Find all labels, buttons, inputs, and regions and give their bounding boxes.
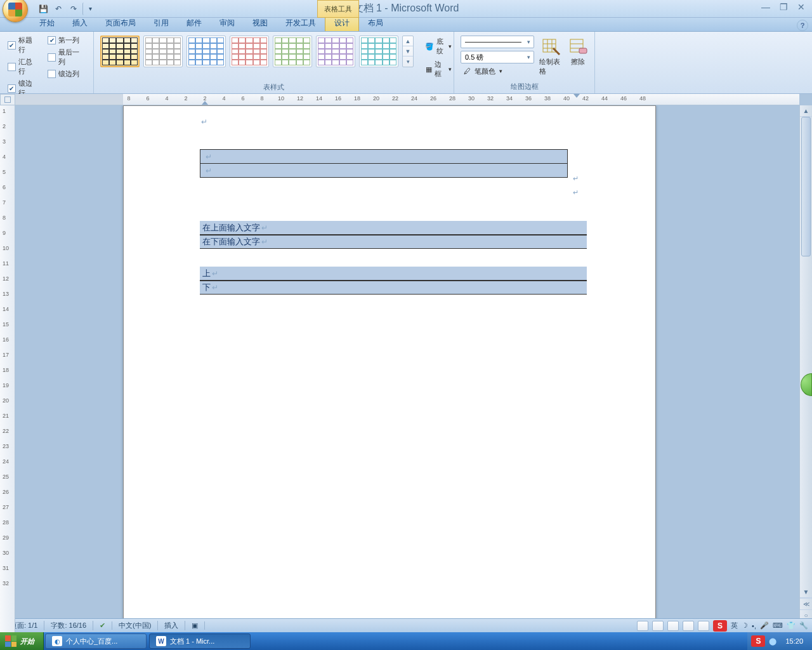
document-page[interactable]: ↵ ↵ ↵ ↵ ↵ 在上面输入文字↵ 在下面输入文字↵ 上↵ 下↵ [123, 105, 656, 632]
checkbox-banded-columns[interactable]: 镶边列 [48, 69, 86, 79]
ime-keyboard-icon[interactable]: ⌨ [773, 621, 783, 630]
borders-button[interactable]: ▦边框▾ [422, 58, 454, 80]
status-mode[interactable]: 插入 [158, 621, 185, 630]
group-draw-borders: ▾ 0.5 磅▾ 🖊笔颜色▾ 绘制表格 擦除 绘图边框 [454, 32, 595, 93]
macro-icon[interactable]: ▣ [185, 621, 205, 630]
pen-color-button[interactable]: 🖊笔颜色▾ [461, 66, 534, 76]
windows-logo-icon [5, 635, 16, 647]
ruler-corner[interactable] [0, 94, 15, 105]
tab-developer[interactable]: 开发工具 [277, 16, 325, 31]
minimize-button[interactable]: — [757, 1, 774, 13]
undo-icon[interactable]: ↶ [52, 3, 65, 15]
table-style-5[interactable] [273, 36, 312, 67]
gallery-up-icon[interactable]: ▲ [403, 36, 413, 46]
prev-page-icon[interactable]: ≪ [800, 598, 812, 609]
sogou-ime-icon[interactable]: S [713, 620, 727, 632]
editor-area: 8642246810121416182022242628303234363840… [0, 94, 812, 632]
ime-skin-icon[interactable]: 👕 [787, 621, 796, 630]
view-draft-icon[interactable] [698, 621, 709, 631]
tab-view[interactable]: 视图 [244, 16, 277, 31]
table-style-6[interactable] [316, 36, 355, 67]
taskbar-item-word[interactable]: W 文档 1 - Micr... [149, 633, 251, 649]
quick-access-toolbar: 💾 ↶ ↷ ▾ [37, 3, 95, 15]
horizontal-ruler[interactable]: 8642246810121416182022242628303234363840… [15, 94, 799, 105]
restore-button[interactable]: ❐ [775, 1, 792, 13]
table-cell[interactable]: ↵ [200, 164, 568, 178]
ime-tool-icon[interactable]: 🔧 [799, 621, 808, 630]
close-button[interactable]: ✕ [793, 1, 809, 13]
scroll-track[interactable] [800, 117, 812, 587]
spellcheck-icon[interactable]: ✔ [93, 621, 112, 630]
table-1[interactable]: ↵ ↵ [200, 149, 568, 178]
group-table-style-options: ✔标题行 汇总行 ✔镶边行 ✔第一列 最后一列 镶边列 表格样式选项 [0, 32, 94, 93]
vertical-scrollbar[interactable]: ▲ ▼ ≪ ○ ≫ [799, 105, 812, 632]
table-style-2[interactable] [143, 36, 183, 67]
ribbon-tabs: 开始 插入 页面布局 引用 邮件 审阅 视图 开发工具 设计 布局 ? [0, 18, 812, 32]
tray-clock[interactable]: 15:20 [780, 637, 808, 645]
border-icon: ▦ [425, 64, 432, 74]
checkbox-total-row[interactable]: 汇总行 [8, 57, 39, 76]
checkbox-header-row[interactable]: ✔标题行 [8, 36, 39, 55]
tray-sogou-icon[interactable]: S [751, 635, 765, 647]
gallery-scroll: ▲ ▼ ▾ [402, 36, 414, 67]
ime-punct-icon[interactable]: •, [752, 622, 756, 630]
window-title: 文档 1 - Microsoft Word [353, 2, 459, 15]
text-line-shang[interactable]: 上↵ [200, 267, 587, 281]
status-bar: 页面: 1/1 字数: 16/16 ✔ 中文(中国) 插入 ▣ S 英 ☽ •,… [0, 618, 812, 632]
redo-icon[interactable]: ↷ [67, 3, 80, 15]
tab-mailings[interactable]: 邮件 [178, 16, 211, 31]
group-label: 表样式 [98, 81, 450, 94]
table-style-1[interactable] [100, 36, 140, 67]
table-cell[interactable]: ↵ [200, 150, 568, 164]
table-style-3[interactable] [187, 36, 226, 67]
help-button[interactable]: ? [797, 20, 808, 31]
checkbox-first-column[interactable]: ✔第一列 [48, 36, 86, 45]
draw-table-button[interactable]: 绘制表格 [538, 34, 564, 79]
checkbox-last-column[interactable]: 最后一列 [48, 48, 86, 67]
table-style-4[interactable] [230, 36, 269, 67]
status-words[interactable]: 字数: 16/16 [44, 621, 93, 630]
tray-shield-icon[interactable]: ⬤ [769, 637, 776, 646]
shading-button[interactable]: 🪣底纹▾ [422, 36, 454, 57]
browser-icon: ◐ [52, 636, 62, 646]
table-style-7[interactable] [359, 36, 398, 67]
contextual-tab-label: 表格工具 [317, 0, 359, 18]
line-weight-combo[interactable]: 0.5 磅▾ [461, 51, 534, 63]
gallery-down-icon[interactable]: ▼ [403, 46, 413, 56]
eraser-icon [568, 37, 588, 57]
view-full-screen-icon[interactable] [652, 621, 664, 631]
group-label: 绘图边框 [458, 81, 591, 93]
ime-mic-icon[interactable]: 🎤 [760, 621, 769, 630]
tab-table-layout[interactable]: 布局 [359, 16, 392, 31]
start-button[interactable]: 开始 [0, 632, 44, 650]
text-line-below[interactable]: 在下面输入文字↵ [200, 235, 587, 249]
gallery-more-icon[interactable]: ▾ [403, 56, 413, 67]
qat-dropdown-icon[interactable]: ▾ [82, 3, 95, 15]
tab-insert[interactable]: 插入 [63, 16, 96, 31]
document-viewport[interactable]: ↵ ↵ ↵ ↵ ↵ 在上面输入文字↵ 在下面输入文字↵ 上↵ 下↵ [15, 105, 799, 632]
tab-home[interactable]: 开始 [30, 16, 63, 31]
status-language[interactable]: 中文(中国) [112, 621, 158, 630]
ime-lang-indicator[interactable]: 英 [731, 621, 738, 630]
windows-taskbar: 开始 ◐ 个人中心_百度... W 文档 1 - Micr... S ⬤ 15:… [0, 632, 812, 650]
system-tray: S ⬤ 15:20 [747, 632, 812, 650]
eraser-button[interactable]: 擦除 [565, 34, 591, 69]
scroll-thumb[interactable] [801, 117, 811, 256]
vertical-ruler[interactable]: 1234567891011121314151617181920212223242… [0, 105, 15, 632]
ime-moon-icon[interactable]: ☽ [742, 621, 748, 630]
line-style-combo[interactable]: ▾ [461, 36, 534, 48]
tab-review[interactable]: 审阅 [211, 16, 244, 31]
text-line-above[interactable]: 在上面输入文字↵ [200, 221, 587, 235]
text-region-2: 上↵ 下↵ [200, 267, 579, 295]
ribbon: ✔标题行 汇总行 ✔镶边行 ✔第一列 最后一列 镶边列 表格样式选项 [0, 32, 812, 94]
text-line-xia[interactable]: 下↵ [200, 281, 587, 295]
tab-references[interactable]: 引用 [145, 16, 178, 31]
scroll-down-icon[interactable]: ▼ [800, 587, 812, 598]
save-icon[interactable]: 💾 [37, 3, 49, 15]
view-print-layout-icon[interactable] [637, 621, 648, 631]
view-outline-icon[interactable] [683, 621, 694, 631]
tab-layout[interactable]: 页面布局 [96, 16, 145, 31]
taskbar-item-browser[interactable]: ◐ 个人中心_百度... [45, 633, 147, 649]
scroll-up-icon[interactable]: ▲ [800, 105, 812, 117]
view-web-layout-icon[interactable] [667, 621, 679, 631]
